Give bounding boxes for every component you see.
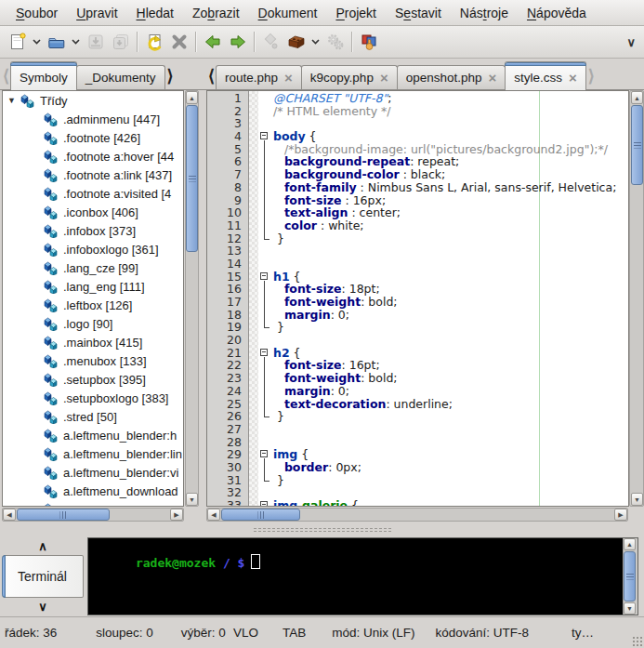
code-line[interactable]: 23 font-weight: bold;	[207, 372, 628, 385]
tree-scroll-down-button[interactable]: ▼	[186, 493, 198, 506]
editor-scroll-left-button[interactable]: ◀	[207, 509, 220, 521]
code-line[interactable]: 27	[207, 423, 628, 436]
class-tree-panel[interactable]: ▼ Třídy .adminmenu [447] .footnote [	[2, 90, 184, 507]
document-tab[interactable]: openshot.php ×	[397, 65, 506, 89]
code-line[interactable]: 7 background-color : black;	[207, 168, 628, 181]
tree-scroll-right-button[interactable]: ▶	[170, 509, 183, 521]
tree-vscrollbar-thumb[interactable]	[186, 105, 198, 252]
tab-close-icon[interactable]: ×	[569, 73, 577, 84]
configure-build-button[interactable]	[322, 30, 348, 55]
code-line[interactable]: 1@CHARSET "UTF-8";	[207, 92, 628, 105]
tree-item[interactable]: .infobox [373]	[3, 221, 183, 240]
tree-item[interactable]: .stred [50]	[3, 407, 183, 426]
tree-expander-icon[interactable]: ▼	[7, 96, 20, 105]
revert-button[interactable]	[141, 30, 166, 55]
code-line[interactable]: 20	[207, 334, 628, 347]
splitter-grip-icon[interactable]	[253, 527, 392, 532]
sidebar-tab[interactable]: _Dokumenty	[76, 65, 165, 89]
syntax-check-button[interactable]	[258, 30, 283, 55]
menu-item[interactable]: Upravit	[67, 2, 126, 24]
back-button[interactable]	[200, 30, 225, 55]
terminal-vscrollbar[interactable]: ▲ ▼	[623, 538, 637, 615]
code-line[interactable]: 21h2 {	[207, 347, 628, 360]
doc-tabs-scroll-right-icon[interactable]: ⟩	[586, 63, 597, 89]
code-line[interactable]: 28	[207, 436, 628, 449]
tree-item[interactable]: .footnote a:link [437]	[3, 165, 183, 184]
tree-hscrollbar-thumb[interactable]	[17, 509, 110, 521]
save-document-button[interactable]	[83, 30, 108, 55]
tree-item[interactable]: a.leftmenu_download	[3, 482, 183, 500]
forward-button[interactable]	[225, 30, 250, 55]
code-line[interactable]: 8 font-family : Nimbus Sans L, Arial, sa…	[207, 181, 628, 194]
code-line[interactable]: 33img.galerie {	[207, 499, 628, 507]
tree-vscrollbar[interactable]: ▲ ▼	[185, 90, 199, 507]
tree-item[interactable]: a.leftmenu_blender:h	[3, 426, 183, 444]
panel-splitter[interactable]	[0, 522, 644, 536]
menu-item[interactable]: Nástroje	[451, 2, 518, 24]
code-line[interactable]: 14	[207, 258, 628, 271]
fold-marker-icon[interactable]	[258, 271, 271, 284]
code-line[interactable]: 6 background-repeat: repeat;	[207, 155, 628, 168]
sidebar-tabs-scroll-right-icon[interactable]: ⟩	[165, 63, 176, 89]
tree-item[interactable]: .lang_eng [111]	[3, 277, 183, 296]
close-document-button[interactable]	[166, 30, 191, 55]
tree-item[interactable]: .setupboxlogo [383]	[3, 389, 183, 407]
editor-hscrollbar-thumb[interactable]	[221, 509, 300, 521]
code-line[interactable]: 10 text-align : center;	[207, 206, 628, 219]
editor-hscrollbar[interactable]: ◀ ▶	[206, 508, 628, 522]
tab-close-icon[interactable]: ×	[489, 73, 497, 84]
code-line[interactable]: 16 font-size: 18pt;	[207, 283, 628, 296]
menu-item[interactable]: Zobrazit	[183, 2, 249, 24]
open-document-dropdown[interactable]	[69, 30, 83, 55]
tree-scroll-left-button[interactable]: ◀	[3, 509, 16, 521]
code-line[interactable]: 5 /*background-image: url("pictures/back…	[207, 143, 628, 156]
code-line[interactable]: 32	[207, 486, 628, 499]
tree-item[interactable]: .iconbox [406]	[3, 203, 183, 221]
menu-item[interactable]: Sestavit	[386, 2, 451, 24]
tab-close-icon[interactable]: ×	[380, 73, 388, 84]
terminal-tabs-up-icon[interactable]: ∧	[2, 537, 84, 555]
terminal-window[interactable]: radek@mozek / $ ▲ ▼	[87, 537, 638, 615]
menu-item[interactable]: Hledat	[127, 2, 183, 24]
terminal-tab[interactable]: Terminál	[2, 555, 84, 598]
menu-item[interactable]: Nápověda	[518, 2, 596, 24]
tree-item[interactable]: a.leftmenu_blender:lin	[3, 444, 183, 463]
code-editor[interactable]: 1@CHARSET "UTF-8";2/* HTML elementy */34…	[206, 90, 629, 507]
tree-item[interactable]: .menubox [133]	[3, 351, 183, 370]
code-line[interactable]: 19 }	[207, 321, 628, 334]
tree-item[interactable]: .infoboxlogo [361]	[3, 240, 183, 258]
fold-marker-icon[interactable]	[258, 448, 271, 461]
code-line[interactable]: 29img {	[207, 448, 628, 461]
menu-item[interactable]: Projekt	[326, 2, 386, 24]
tree-item[interactable]: .lang_cze [99]	[3, 258, 183, 277]
open-document-button[interactable]	[44, 30, 69, 55]
editor-scroll-right-button[interactable]: ▶	[614, 509, 627, 521]
tree-item[interactable]: a.leftmenu_download	[3, 500, 183, 507]
code-line[interactable]: 11 color : white;	[207, 219, 628, 232]
terminal-vscrollbar-thumb[interactable]	[624, 551, 636, 602]
sidebar-tab[interactable]: Symboly	[10, 61, 77, 90]
code-line[interactable]: 12 }	[207, 232, 628, 245]
code-line[interactable]: 3	[207, 117, 628, 130]
code-line[interactable]: 13	[207, 245, 628, 258]
tree-item[interactable]: .footnote a:visited [4	[3, 184, 183, 203]
preview-button[interactable]	[356, 30, 381, 55]
code-line[interactable]: 9 font-size : 16px;	[207, 194, 628, 207]
code-line[interactable]: 4body {	[207, 130, 628, 143]
menu-item[interactable]: Dokument	[249, 2, 327, 24]
tree-item[interactable]: .mainbox [415]	[3, 333, 183, 351]
document-tab[interactable]: style.css ×	[505, 61, 586, 90]
build-dropdown[interactable]	[309, 30, 322, 55]
new-document-button[interactable]	[5, 30, 30, 55]
document-tab[interactable]: k9copy.php ×	[301, 65, 398, 89]
editor-vscrollbar[interactable]: ▲ ▼	[629, 90, 644, 507]
toolbar-overflow-chevron[interactable]: ∨	[626, 35, 636, 49]
code-line[interactable]: 24 margin: 0;	[207, 385, 628, 398]
tree-item[interactable]: .footnote a:hover [44	[3, 147, 183, 165]
build-button[interactable]	[283, 30, 309, 55]
save-all-button[interactable]	[108, 30, 133, 55]
code-line[interactable]: 15h1 {	[207, 271, 628, 284]
tree-item[interactable]: .setupbox [395]	[3, 370, 183, 389]
tree-item[interactable]: .logo [90]	[3, 314, 183, 333]
tab-close-icon[interactable]: ×	[284, 73, 293, 84]
